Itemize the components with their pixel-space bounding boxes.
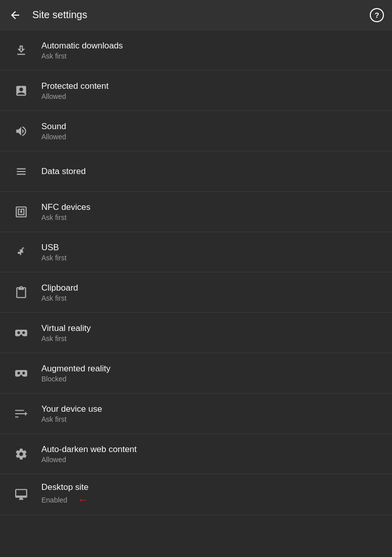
ar-icon [10, 362, 32, 384]
settings-item-automatic-downloads[interactable]: Automatic downloads Ask first [0, 30, 392, 71]
usb-title: USB [41, 243, 67, 253]
nfc-icon [10, 201, 32, 223]
settings-item-clipboard[interactable]: Clipboard Ask first [0, 272, 392, 313]
red-arrow-annotation: ← [77, 493, 88, 507]
sound-icon [10, 120, 32, 142]
clipboard-title: Clipboard [41, 283, 78, 293]
vr-icon [10, 322, 32, 344]
settings-item-auto-darken[interactable]: Auto-darken web content Allowed [0, 434, 392, 474]
desktop-site-icon [10, 483, 32, 506]
automatic-downloads-title: Automatic downloads [41, 41, 123, 51]
nfc-title: NFC devices [41, 202, 90, 212]
settings-item-data-stored[interactable]: Data stored [0, 151, 392, 192]
page-container: Site settings ? Automatic downloads Ask … [0, 0, 392, 515]
auto-darken-subtitle: Allowed [41, 456, 137, 464]
augmented-reality-title: Augmented reality [41, 364, 110, 374]
help-button[interactable]: ? [370, 8, 384, 22]
settings-item-augmented-reality[interactable]: Augmented reality Blocked [0, 353, 392, 394]
download-icon [10, 39, 32, 62]
settings-item-desktop-site[interactable]: Desktop site Enabled ← [0, 474, 392, 515]
usb-icon [10, 241, 32, 263]
clipboard-icon [10, 282, 32, 304]
settings-list: Automatic downloads Ask first Protected … [0, 30, 392, 515]
settings-item-sound[interactable]: Sound Allowed [0, 111, 392, 151]
auto-darken-title: Auto-darken web content [41, 444, 137, 455]
settings-item-your-device-use[interactable]: Your device use Ask first [0, 394, 392, 434]
usb-subtitle: Ask first [41, 254, 67, 262]
protected-content-title: Protected content [41, 81, 108, 91]
auto-darken-icon [10, 443, 32, 465]
sound-subtitle: Allowed [41, 133, 66, 141]
device-use-icon [10, 403, 32, 425]
header-left: Site settings [8, 8, 87, 22]
virtual-reality-subtitle: Ask first [41, 335, 91, 343]
augmented-reality-subtitle: Blocked [41, 375, 110, 383]
your-device-use-subtitle: Ask first [41, 415, 102, 423]
sound-title: Sound [41, 122, 66, 132]
nfc-subtitle: Ask first [41, 213, 90, 221]
settings-item-protected-content[interactable]: Protected content Allowed [0, 71, 392, 111]
back-button[interactable] [8, 8, 22, 22]
header: Site settings ? [0, 0, 392, 30]
settings-item-nfc[interactable]: NFC devices Ask first [0, 192, 392, 232]
settings-item-usb[interactable]: USB Ask first [0, 232, 392, 272]
desktop-site-subtitle: Enabled [41, 496, 67, 504]
data-stored-title: Data stored [41, 166, 86, 177]
clipboard-subtitle: Ask first [41, 294, 78, 302]
virtual-reality-title: Virtual reality [41, 323, 91, 333]
page-title: Site settings [32, 9, 87, 21]
desktop-site-title: Desktop site [41, 482, 89, 492]
data-stored-icon [10, 160, 32, 183]
protected-content-subtitle: Allowed [41, 92, 108, 100]
automatic-downloads-subtitle: Ask first [41, 52, 123, 60]
protected-content-icon [10, 80, 32, 102]
your-device-use-title: Your device use [41, 404, 102, 414]
settings-item-virtual-reality[interactable]: Virtual reality Ask first [0, 313, 392, 353]
